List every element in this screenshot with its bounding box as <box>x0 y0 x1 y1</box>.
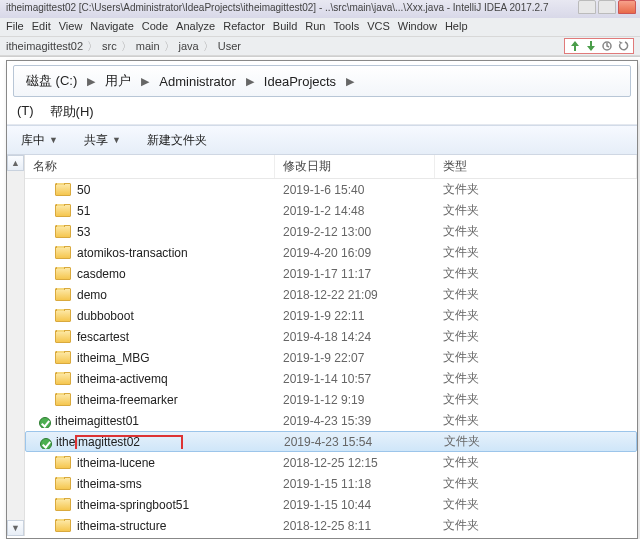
file-date: 2019-4-23 15:39 <box>275 414 435 428</box>
file-type: 文件夹 <box>435 223 637 240</box>
table-row[interactable]: itheima-structure2018-12-25 8:11文件夹 <box>25 515 637 536</box>
address-crumb[interactable]: 磁盘 (C:) <box>22 68 81 94</box>
crumb[interactable]: User <box>218 40 241 52</box>
chevron-right-icon[interactable]: ▶ <box>240 75 260 88</box>
table-row[interactable]: itheima-freemarker2019-1-12 9:19文件夹 <box>25 389 637 410</box>
menu-navigate[interactable]: Navigate <box>90 20 133 34</box>
chevron-right-icon[interactable]: ▶ <box>340 75 360 88</box>
close-button[interactable] <box>618 0 636 14</box>
menu-build[interactable]: Build <box>273 20 297 34</box>
toolbar-newfolder[interactable]: 新建文件夹 <box>141 130 213 151</box>
menu-tools[interactable]: Tools <box>333 20 359 34</box>
menu-analyze[interactable]: Analyze <box>176 20 215 34</box>
file-type: 文件夹 <box>435 496 637 513</box>
menu-t[interactable]: (T) <box>17 103 34 120</box>
file-date: 2019-4-20 16:09 <box>275 246 435 260</box>
table-row[interactable]: casdemo2019-1-17 11:17文件夹 <box>25 263 637 284</box>
table-row[interactable]: dubboboot2019-1-9 22:11文件夹 <box>25 305 637 326</box>
vcs-update-icon[interactable] <box>569 40 581 52</box>
address-bar[interactable]: 磁盘 (C:) ▶ 用户 ▶ Administrator ▶ IdeaProje… <box>13 65 631 97</box>
menu-vcs[interactable]: VCS <box>367 20 390 34</box>
table-row[interactable]: 512019-1-2 14:48文件夹 <box>25 200 637 221</box>
table-row[interactable]: atomikos-transaction2019-4-20 16:09文件夹 <box>25 242 637 263</box>
table-row[interactable]: demo2018-12-22 21:09文件夹 <box>25 284 637 305</box>
address-crumb[interactable]: IdeaProjects <box>260 70 340 93</box>
scroll-up-icon[interactable]: ▲ <box>7 155 24 171</box>
file-date: 2019-1-9 22:11 <box>275 309 435 323</box>
name-cell: dubboboot <box>25 309 275 323</box>
chevron-right-icon[interactable]: ▶ <box>135 75 155 88</box>
col-name[interactable]: 名称 <box>25 155 275 178</box>
ide-breadcrumb: itheimagittest02〉 src〉 main〉 java〉 User <box>0 36 640 56</box>
ide-menubar[interactable]: File Edit View Navigate Code Analyze Ref… <box>0 18 640 36</box>
crumb[interactable]: src <box>102 40 117 52</box>
menu-file[interactable]: File <box>6 20 24 34</box>
file-name: fescartest <box>77 330 129 344</box>
table-row[interactable]: itheima-sms2019-1-15 11:18文件夹 <box>25 473 637 494</box>
toolbar-share[interactable]: 共享 ▼ <box>78 130 127 151</box>
name-cell: itheima-lucene <box>25 456 275 470</box>
file-type: 文件夹 <box>435 307 637 324</box>
crumb[interactable]: java <box>179 40 199 52</box>
chevron-down-icon: ▼ <box>49 135 58 145</box>
file-type: 文件夹 <box>435 286 637 303</box>
file-name: casdemo <box>77 267 126 281</box>
file-type: 文件夹 <box>435 265 637 282</box>
file-type: 文件夹 <box>435 244 637 261</box>
file-name: itheima_MBG <box>77 351 150 365</box>
table-row[interactable]: itheima-springboot512019-1-15 10:44文件夹 <box>25 494 637 515</box>
file-name: itheima-activemq <box>77 372 168 386</box>
crumb[interactable]: itheimagittest02 <box>6 40 83 52</box>
maximize-button[interactable] <box>598 0 616 14</box>
file-type: 文件夹 <box>435 328 637 345</box>
file-name: 51 <box>77 204 90 218</box>
vcs-toolbar-highlight <box>564 38 634 54</box>
col-type[interactable]: 类型 <box>435 155 637 178</box>
name-cell: 51 <box>25 204 275 218</box>
folder-icon <box>55 246 71 259</box>
crumb[interactable]: main <box>136 40 160 52</box>
menu-help[interactable]: Help <box>445 20 468 34</box>
file-type: 文件夹 <box>435 454 637 471</box>
file-date: 2019-1-17 11:17 <box>275 267 435 281</box>
scroll-down-icon[interactable]: ▼ <box>7 520 24 536</box>
table-row[interactable]: itheimagittest012019-4-23 15:39文件夹 <box>25 410 637 431</box>
folder-icon <box>55 267 71 280</box>
toolbar-include[interactable]: 库中 ▼ <box>15 130 64 151</box>
vcs-history-icon[interactable] <box>601 40 613 52</box>
table-row[interactable]: itheima-lucene2018-12-25 12:15文件夹 <box>25 452 637 473</box>
table-row[interactable]: 502019-1-6 15:40文件夹 <box>25 179 637 200</box>
file-date: 2019-4-23 15:54 <box>276 435 436 449</box>
folder-icon <box>55 288 71 301</box>
menu-code[interactable]: Code <box>142 20 168 34</box>
address-crumb[interactable]: Administrator <box>155 70 240 93</box>
file-date: 2019-1-14 10:57 <box>275 372 435 386</box>
menu-view[interactable]: View <box>59 20 83 34</box>
minimize-button[interactable] <box>578 0 596 14</box>
table-row[interactable]: fescartest2019-4-18 14:24文件夹 <box>25 326 637 347</box>
folder-icon <box>55 351 71 364</box>
name-cell: itheima-freemarker <box>25 393 275 407</box>
table-row[interactable]: itheima_MBG2019-1-9 22:07文件夹 <box>25 347 637 368</box>
table-row[interactable]: itheimagittest022019-4-23 15:54文件夹 <box>25 431 637 452</box>
file-date: 2018-12-22 21:09 <box>275 288 435 302</box>
chevron-right-icon[interactable]: ▶ <box>81 75 101 88</box>
navpane-scrollbar[interactable]: ▲ ▼ <box>7 155 25 536</box>
menu-refactor[interactable]: Refactor <box>223 20 265 34</box>
table-row[interactable]: itheima-activemq2019-1-14 10:57文件夹 <box>25 368 637 389</box>
table-row[interactable]: 532019-2-12 13:00文件夹 <box>25 221 637 242</box>
vcs-commit-icon[interactable] <box>585 40 597 52</box>
file-name: itheima-springboot51 <box>77 498 189 512</box>
folder-icon <box>55 456 71 469</box>
address-crumb[interactable]: 用户 <box>101 68 135 94</box>
vcs-revert-icon[interactable] <box>617 40 629 52</box>
file-type: 文件夹 <box>435 517 637 534</box>
menu-run[interactable]: Run <box>305 20 325 34</box>
file-type: 文件夹 <box>435 202 637 219</box>
explorer-menubar: (T) 帮助(H) <box>7 99 637 125</box>
menu-window[interactable]: Window <box>398 20 437 34</box>
menu-edit[interactable]: Edit <box>32 20 51 34</box>
col-date[interactable]: 修改日期 <box>275 155 435 178</box>
chevron-down-icon: ▼ <box>112 135 121 145</box>
menu-help[interactable]: 帮助(H) <box>50 103 94 120</box>
